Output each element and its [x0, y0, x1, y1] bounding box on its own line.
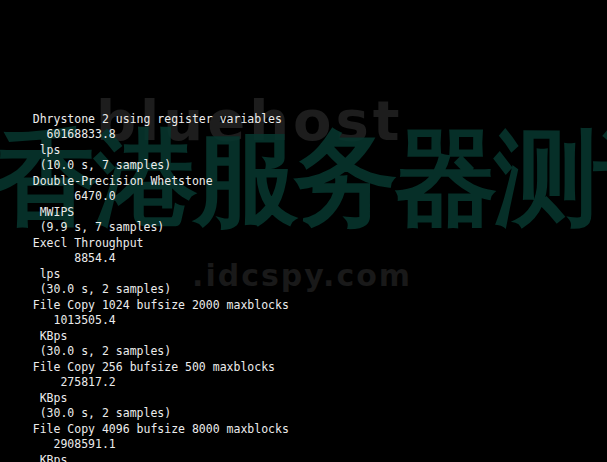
benchmark-value: 2908591.1 — [33, 437, 116, 453]
benchmark-samples: (30.0 s, 2 samples) — [40, 406, 172, 422]
terminal-output: Dhrystone 2 using register variables 601… — [0, 0, 607, 462]
benchmark-unit: lps — [40, 143, 75, 159]
benchmark-value: 1013505.4 — [33, 313, 116, 329]
benchmark-unit: KBps — [40, 453, 75, 462]
benchmark-name: File Copy 256 bufsize 500 maxblocks — [33, 360, 317, 376]
benchmark-samples: (30.0 s, 2 samples) — [40, 344, 172, 360]
raw-results-section: Dhrystone 2 using register variables 601… — [5, 65, 607, 462]
benchmark-unit: lps — [40, 267, 75, 283]
benchmark-value: 275817.2 — [33, 375, 116, 391]
benchmark-samples: (10.0 s, 7 samples) — [40, 158, 172, 174]
benchmark-value: 8854.4 — [33, 251, 116, 267]
terminal-window[interactable]: bluehost 香港服务器测评 .idcspy.com Dhrystone 2… — [0, 0, 607, 462]
benchmark-unit: KBps — [40, 329, 75, 345]
benchmark-unit: MWIPS — [40, 205, 75, 221]
benchmark-unit: KBps — [40, 391, 75, 407]
benchmark-name: File Copy 4096 bufsize 8000 maxblocks — [33, 422, 317, 438]
benchmark-samples: (9.9 s, 7 samples) — [40, 220, 165, 236]
benchmark-name: Execl Throughput — [33, 236, 317, 252]
benchmark-name: File Copy 1024 bufsize 2000 maxblocks — [33, 298, 317, 314]
benchmark-name: Dhrystone 2 using register variables — [33, 112, 317, 128]
benchmark-value: 6470.0 — [33, 189, 116, 205]
benchmark-result-row: Dhrystone 2 using register variables 601… — [5, 96, 607, 112]
benchmark-samples: (30.0 s, 2 samples) — [40, 282, 172, 298]
benchmark-value: 60168833.8 — [33, 127, 116, 143]
benchmark-name: Double-Precision Whetstone — [33, 174, 317, 190]
